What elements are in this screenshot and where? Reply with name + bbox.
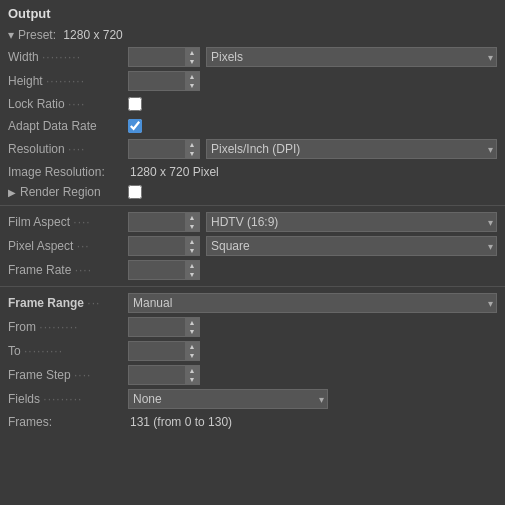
resolution-row: Resolution ···· 72 ▲ ▼ Pixels/Inch (DPI)… xyxy=(0,137,505,161)
width-unit-container[interactable]: Pixels Centimeters Inches Millimeters xyxy=(206,47,497,67)
pixel-aspect-arrows[interactable]: ▲ ▼ xyxy=(185,237,199,255)
fields-dropdown-container[interactable]: None Upper Lower xyxy=(128,389,328,409)
film-aspect-row: Film Aspect ···· 1.778 ▲ ▼ HDTV (16:9) D… xyxy=(0,210,505,234)
frame-range-label: Frame Range ··· xyxy=(8,296,128,310)
pixel-aspect-spinner[interactable]: 1 ▲ ▼ xyxy=(128,236,200,256)
resolution-spinner[interactable]: 72 ▲ ▼ xyxy=(128,139,200,159)
lock-ratio-checkbox[interactable] xyxy=(128,97,142,111)
lock-ratio-label: Lock Ratio ···· xyxy=(8,97,128,111)
width-label: Width ········· xyxy=(8,50,128,64)
from-row: From ········· 0 F ▲ ▼ xyxy=(0,315,505,339)
to-row: To ········· 130 F ▲ ▼ xyxy=(0,339,505,363)
frames-label: Frames: xyxy=(8,415,128,429)
frame-rate-up-arrow[interactable]: ▲ xyxy=(185,261,199,270)
frame-step-up-arrow[interactable]: ▲ xyxy=(185,366,199,375)
width-unit-dropdown[interactable]: Pixels Centimeters Inches Millimeters xyxy=(206,47,497,67)
film-aspect-spinner[interactable]: 1.778 ▲ ▼ xyxy=(128,212,200,232)
film-aspect-up-arrow[interactable]: ▲ xyxy=(185,213,199,222)
resolution-up-arrow[interactable]: ▲ xyxy=(185,140,199,149)
from-arrows[interactable]: ▲ ▼ xyxy=(185,318,199,336)
adapt-data-rate-row: Adapt Data Rate xyxy=(0,115,505,137)
width-up-arrow[interactable]: ▲ xyxy=(185,48,199,57)
resolution-down-arrow[interactable]: ▼ xyxy=(185,149,199,158)
height-label: Height ········· xyxy=(8,74,128,88)
fields-row: Fields ········· None Upper Lower xyxy=(0,387,505,411)
frame-step-label: Frame Step ···· xyxy=(8,368,128,382)
from-up-arrow[interactable]: ▲ xyxy=(185,318,199,327)
frame-rate-row: Frame Rate ···· 30 ▲ ▼ xyxy=(0,258,505,282)
frame-range-row: Frame Range ··· Manual All Frames Curren… xyxy=(0,291,505,315)
lock-ratio-row: Lock Ratio ···· xyxy=(0,93,505,115)
film-aspect-arrows[interactable]: ▲ ▼ xyxy=(185,213,199,231)
render-region-checkbox[interactable] xyxy=(128,185,142,199)
width-row: Width ········· 1280 ▲ ▼ Pixels Centimet… xyxy=(0,45,505,69)
height-up-arrow[interactable]: ▲ xyxy=(185,72,199,81)
frame-rate-down-arrow[interactable]: ▼ xyxy=(185,270,199,279)
from-down-arrow[interactable]: ▼ xyxy=(185,327,199,336)
frames-value: 131 (from 0 to 130) xyxy=(130,415,232,429)
to-arrows[interactable]: ▲ ▼ xyxy=(185,342,199,360)
to-up-arrow[interactable]: ▲ xyxy=(185,342,199,351)
width-down-arrow[interactable]: ▼ xyxy=(185,57,199,66)
film-aspect-dropdown[interactable]: HDTV (16:9) D1 (0.9) PAL (1.067) Square … xyxy=(206,212,497,232)
frame-rate-spinner[interactable]: 30 ▲ ▼ xyxy=(128,260,200,280)
pixel-aspect-dropdown-container[interactable]: Square D1/DV NTSC D1/DV PAL xyxy=(206,236,497,256)
output-panel: Output ▾ Preset: 1280 x 720 Width ······… xyxy=(0,0,505,437)
preset-arrow[interactable]: ▾ xyxy=(8,28,14,42)
height-row: Height ········· 720 ▲ ▼ xyxy=(0,69,505,93)
preset-row[interactable]: ▾ Preset: 1280 x 720 xyxy=(0,25,505,45)
film-aspect-label: Film Aspect ···· xyxy=(8,215,128,229)
pixel-aspect-down-arrow[interactable]: ▼ xyxy=(185,246,199,255)
adapt-data-rate-checkbox[interactable] xyxy=(128,119,142,133)
frame-step-down-arrow[interactable]: ▼ xyxy=(185,375,199,384)
image-resolution-row: Image Resolution: 1280 x 720 Pixel xyxy=(0,161,505,183)
divider-1 xyxy=(0,205,505,206)
to-label: To ········· xyxy=(8,344,128,358)
frame-rate-label: Frame Rate ···· xyxy=(8,263,128,277)
film-aspect-dropdown-container[interactable]: HDTV (16:9) D1 (0.9) PAL (1.067) Square … xyxy=(206,212,497,232)
film-aspect-down-arrow[interactable]: ▼ xyxy=(185,222,199,231)
frame-rate-arrows[interactable]: ▲ ▼ xyxy=(185,261,199,279)
output-title: Output xyxy=(0,0,505,25)
resolution-unit-container[interactable]: Pixels/Inch (DPI) Pixels/CM xyxy=(206,139,497,159)
fields-label: Fields ········· xyxy=(8,392,128,406)
frame-step-spinner[interactable]: 1 ▲ ▼ xyxy=(128,365,200,385)
width-arrows[interactable]: ▲ ▼ xyxy=(185,48,199,66)
from-spinner[interactable]: 0 F ▲ ▼ xyxy=(128,317,200,337)
from-label: From ········· xyxy=(8,320,128,334)
height-spinner[interactable]: 720 ▲ ▼ xyxy=(128,71,200,91)
pixel-aspect-row: Pixel Aspect ··· 1 ▲ ▼ Square D1/DV NTSC… xyxy=(0,234,505,258)
to-spinner[interactable]: 130 F ▲ ▼ xyxy=(128,341,200,361)
fields-dropdown[interactable]: None Upper Lower xyxy=(128,389,328,409)
frame-range-dropdown-container[interactable]: Manual All Frames Current Frame Preview … xyxy=(128,293,497,313)
to-down-arrow[interactable]: ▼ xyxy=(185,351,199,360)
frame-step-arrows[interactable]: ▲ ▼ xyxy=(185,366,199,384)
resolution-arrows[interactable]: ▲ ▼ xyxy=(185,140,199,158)
render-region-label: Render Region xyxy=(20,185,128,199)
render-region-row: ▶ Render Region xyxy=(0,183,505,201)
width-spinner[interactable]: 1280 ▲ ▼ xyxy=(128,47,200,67)
frame-range-dropdown[interactable]: Manual All Frames Current Frame Preview … xyxy=(128,293,497,313)
divider-2 xyxy=(0,286,505,287)
height-arrows[interactable]: ▲ ▼ xyxy=(185,72,199,90)
pixel-aspect-dropdown[interactable]: Square D1/DV NTSC D1/DV PAL xyxy=(206,236,497,256)
resolution-unit-dropdown[interactable]: Pixels/Inch (DPI) Pixels/CM xyxy=(206,139,497,159)
image-resolution-value: 1280 x 720 Pixel xyxy=(130,165,219,179)
frame-step-row: Frame Step ···· 1 ▲ ▼ xyxy=(0,363,505,387)
adapt-data-rate-label: Adapt Data Rate xyxy=(8,119,128,133)
render-region-arrow[interactable]: ▶ xyxy=(8,187,16,198)
image-resolution-label: Image Resolution: xyxy=(8,165,128,179)
preset-label: Preset: 1280 x 720 xyxy=(18,28,123,42)
frames-row: Frames: 131 (from 0 to 130) xyxy=(0,411,505,433)
height-down-arrow[interactable]: ▼ xyxy=(185,81,199,90)
pixel-aspect-label: Pixel Aspect ··· xyxy=(8,239,128,253)
pixel-aspect-up-arrow[interactable]: ▲ xyxy=(185,237,199,246)
resolution-label: Resolution ···· xyxy=(8,142,128,156)
